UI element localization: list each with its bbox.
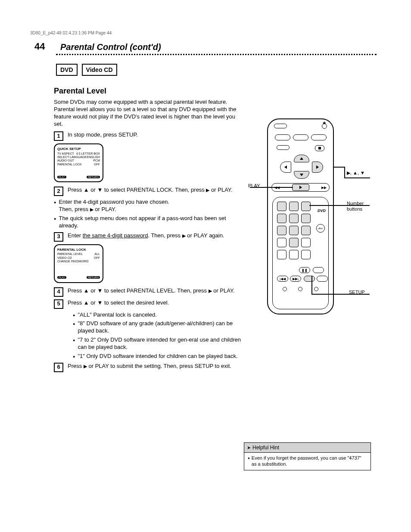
pause-button: ❚❚ [299, 267, 310, 273]
disc-logo-icon: disc [316, 224, 325, 233]
return-pill-icon: RETURN [87, 276, 100, 279]
remote-button [301, 250, 311, 259]
step-1-text: In stop mode, press SETUP. [68, 131, 243, 139]
triangle-right-icon [299, 186, 302, 189]
arrow-right-button [312, 162, 323, 173]
return-pill-icon: RETURN [87, 176, 100, 178]
screen1-val: ENGLISH [87, 156, 100, 159]
remote-button [311, 134, 327, 140]
bullet-icon [73, 311, 75, 319]
callout-numbers: Number buttons [347, 201, 373, 212]
bullet-icon [54, 215, 56, 230]
play-triangle-icon [182, 232, 186, 239]
osd-screen-parental-lock: PARENTAL LOCK PARENTAL LEVELALL VIDEO CD… [54, 244, 103, 283]
prev-track-button: |◀◀ [277, 276, 288, 282]
remote-button [317, 276, 328, 282]
number-button [289, 226, 299, 235]
number-button [301, 214, 311, 223]
next-track-button: ▶▶| [290, 276, 301, 282]
remote-button [289, 250, 299, 259]
remote-button [313, 267, 324, 273]
play-button [292, 184, 309, 191]
number-button [301, 226, 311, 235]
number-button [289, 238, 299, 247]
bullet-icon [73, 336, 75, 351]
keypad-panel: DVD disc ❚❚ |◀◀ ▶▶| [272, 197, 329, 309]
osd-screen-quick-setup: QUICK SETUP TV ASPECT4:3 LETTER BOX SELE… [54, 143, 103, 182]
eject-icon: ⏏ [322, 124, 327, 129]
screen1-line: SELECT LANGUAGE [57, 156, 87, 159]
screen2-line: VIDEO CD [57, 256, 72, 260]
remote-button [277, 238, 286, 247]
screen1-line: TV ASPECT [57, 152, 74, 156]
callout-line [344, 167, 345, 177]
screen1-val: OFF [94, 163, 100, 166]
step-3-text: Enter the same 4-digit password. Then, p… [68, 232, 243, 240]
tag-dvd: DVD [56, 64, 78, 76]
media-tags: DVD Video CD [56, 64, 117, 76]
step-5-number: 5 [54, 299, 63, 309]
screen2-val: OFF [94, 256, 100, 260]
step-4-number: 4 [54, 287, 63, 297]
remote-button [275, 134, 290, 140]
play-pill-icon: PLAY [57, 276, 66, 279]
step-5-bullet: "7 to 2" Only DVD software intended for … [78, 336, 243, 351]
step-5-bullet: "8" DVD software of any grade (adult/gen… [78, 320, 243, 335]
number-button [289, 214, 299, 223]
screen1-val: 4:3 LETTER BOX [76, 152, 100, 156]
page-number: 44 [34, 41, 45, 52]
bullet-icon [73, 320, 75, 335]
bullet-icon [73, 353, 75, 360]
remote-dot-button [283, 287, 287, 291]
setup-button [304, 276, 315, 282]
remote-dot-button [314, 287, 318, 291]
screen2-line: CHANGE PASSWORD [57, 260, 88, 263]
number-button [289, 202, 299, 211]
remote-button [293, 134, 308, 140]
stop-icon [315, 145, 324, 151]
screen1-title: QUICK SETUP [57, 147, 100, 151]
page-title: Parental Control (cont'd) [60, 42, 161, 52]
step-6-text: Press or PLAY to submit the setting. The… [68, 363, 243, 370]
callout-setup: SETUP [349, 289, 365, 295]
section-heading: Parental Level [54, 86, 243, 96]
triangle-right-icon [316, 165, 319, 169]
screen1-line: AUDIO OUT [57, 159, 74, 162]
screen1-val: PCM [93, 159, 100, 162]
triangle-up-icon [300, 157, 303, 160]
dvd-logo-icon: DVD [318, 208, 326, 213]
callout-line [344, 177, 370, 178]
arrow-down-button [294, 171, 309, 179]
triangle-left-icon [284, 165, 287, 169]
triangle-down-icon [300, 174, 303, 176]
remote-button [277, 250, 286, 259]
step-2b-text: Enter the 4-digit password you have chos… [59, 199, 169, 213]
arrow-up-button [294, 155, 309, 162]
callout-line [334, 167, 345, 168]
step-5-bullet: "1" Only DVD software intended for child… [78, 353, 237, 360]
footer-note: 3D80_E_p42-48 02.4.23 1:36 PM Page 44 [30, 31, 112, 35]
helpful-hint-body: Even if you forget the password, you can… [244, 453, 371, 470]
screen2-title: PARENTAL LOCK [57, 248, 100, 252]
step-3-number: 3 [54, 232, 63, 242]
helpful-hint-box: Helpful Hint Even if you forget the pass… [244, 442, 371, 470]
number-button [277, 226, 286, 235]
screen1-line: PARENTAL LOCK [57, 163, 82, 166]
callout-line [311, 276, 312, 294]
tag-videocd: Video CD [82, 64, 117, 76]
number-button [301, 202, 311, 211]
step-2c-text: The quick setup menu does not appear if … [59, 215, 243, 230]
remote-button [277, 145, 290, 150]
section-intro: Some DVDs may come equipped with a speci… [54, 99, 243, 128]
step-1-number: 1 [54, 131, 63, 141]
number-button [277, 202, 286, 211]
screen2-line: PARENTAL LEVEL [57, 252, 83, 256]
main-content: Parental Level Some DVDs may come equipp… [54, 86, 243, 375]
remote-button [301, 238, 311, 247]
divider-dots [56, 54, 377, 55]
remote-illustration: ⏏ ◀◀ ▶▶ [267, 118, 334, 314]
play-triangle-icon [209, 287, 212, 294]
step-4-text: Press ▲ or ▼ to select PARENTAL LEVEL. T… [68, 287, 243, 295]
helpful-hint-header: Helpful Hint [244, 443, 371, 453]
play-triangle-icon [90, 206, 93, 212]
